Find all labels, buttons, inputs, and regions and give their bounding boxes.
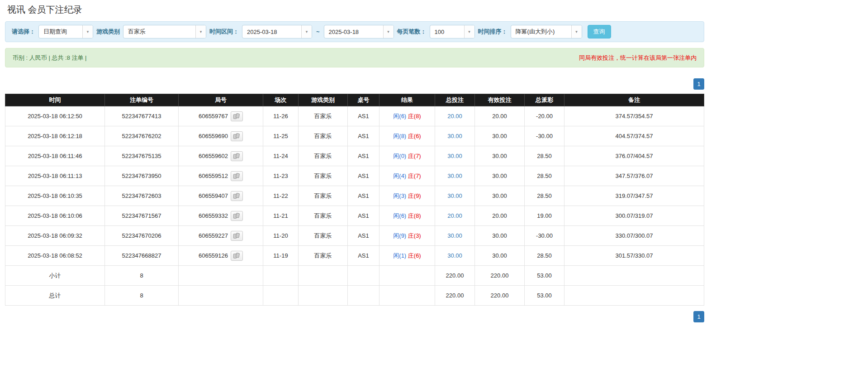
cell-total-bet: 30.00 xyxy=(435,146,475,166)
table-row: 2025-03-18 06:09:32522347670206606559227… xyxy=(5,226,704,246)
cell-payout: 28.50 xyxy=(525,166,564,186)
view-cards-button[interactable] xyxy=(231,191,243,201)
column-header: 注单编号 xyxy=(105,94,179,106)
cell-time: 2025-03-18 06:11:46 xyxy=(5,146,105,166)
cell-remark: 300.07/319.07 xyxy=(564,206,704,226)
total-bet-link[interactable]: 30.00 xyxy=(447,192,462,199)
view-cards-button[interactable] xyxy=(231,211,243,221)
table-row: 2025-03-18 06:08:52522347668827606559126… xyxy=(5,246,704,266)
cards-icon xyxy=(233,253,241,259)
result-player: 闲(4) xyxy=(393,173,406,179)
cell-total-bet: 30.00 xyxy=(435,246,475,266)
cell-result: 闲(6) 庄(8) xyxy=(379,206,435,226)
column-header: 局号 xyxy=(179,94,263,106)
sort-select[interactable]: 降冪(由大到小) ▾ xyxy=(511,25,582,38)
cell-session: 11-23 xyxy=(263,166,299,186)
date-range-separator: ~ xyxy=(315,29,321,35)
summary-info-bar: 币别 : 人民币 | 总共 :8 注单 | 同局有效投注，统一计算在该局第一张注… xyxy=(5,48,704,67)
total-bet-link[interactable]: 30.00 xyxy=(447,252,462,259)
cell-time: 2025-03-18 06:09:32 xyxy=(5,226,105,246)
cell-valid-bet: 30.00 xyxy=(475,126,525,146)
view-cards-button[interactable] xyxy=(231,171,243,181)
cards-icon xyxy=(233,133,241,139)
cell-payout: 19.00 xyxy=(525,206,564,226)
cell-bet-id: 522347670206 xyxy=(105,226,179,246)
page-size-select[interactable]: 100 ▾ xyxy=(430,25,475,38)
sort-value: 降冪(由大到小) xyxy=(511,25,571,38)
result-banker: 庄(8) xyxy=(408,212,421,219)
cell-table-no: AS1 xyxy=(348,246,379,266)
view-cards-button[interactable] xyxy=(231,231,243,241)
cell-round-id: 606559690 xyxy=(179,126,263,146)
cell-bet-id: 522347671567 xyxy=(105,206,179,226)
cell-session: 11-22 xyxy=(263,186,299,206)
game-type-select[interactable]: 百家乐 ▾ xyxy=(123,25,206,38)
date-from-select[interactable]: 2025-03-18 ▾ xyxy=(242,25,312,38)
result-banker: 庄(7) xyxy=(408,153,421,159)
cell-payout: -30.00 xyxy=(525,126,564,146)
page-1-button[interactable]: 1 xyxy=(693,311,704,322)
view-cards-button[interactable] xyxy=(231,131,243,141)
chevron-down-icon[interactable]: ▾ xyxy=(301,25,312,38)
result-player: 闲(1) xyxy=(393,252,406,259)
summary-label: 总计 xyxy=(5,286,105,306)
chevron-down-icon[interactable]: ▾ xyxy=(464,25,474,38)
cell-time: 2025-03-18 06:08:52 xyxy=(5,246,105,266)
page-content: 视讯 会员下注纪录 请选择： 日期查询 ▾ 游戏类别 百家乐 ▾ 时间区间： 2… xyxy=(5,0,704,322)
chevron-down-icon[interactable]: ▾ xyxy=(82,25,93,38)
cell-time: 2025-03-18 06:12:50 xyxy=(5,106,105,126)
query-type-value: 日期查询 xyxy=(39,25,82,38)
date-from-value: 2025-03-18 xyxy=(242,25,301,38)
query-type-select[interactable]: 日期查询 ▾ xyxy=(38,25,93,38)
cell-result: 闲(4) 庄(7) xyxy=(379,166,435,186)
search-button[interactable]: 查询 xyxy=(588,25,611,38)
page-size-label: 每页笔数： xyxy=(397,28,427,36)
cell-remark: 404.57/374.57 xyxy=(564,126,704,146)
total-bet-link[interactable]: 30.00 xyxy=(447,153,462,159)
result-banker: 庄(6) xyxy=(408,252,421,259)
cell-valid-bet: 30.00 xyxy=(475,146,525,166)
cell-payout: 28.50 xyxy=(525,246,564,266)
cell-result: 闲(8) 庄(6) xyxy=(379,126,435,146)
total-bet-link[interactable]: 30.00 xyxy=(447,133,462,139)
cards-icon xyxy=(233,213,241,219)
cell-round-id: 606559332 xyxy=(179,206,263,226)
cell-payout: -30.00 xyxy=(525,226,564,246)
cell-valid-bet: 30.00 xyxy=(475,246,525,266)
view-cards-button[interactable] xyxy=(231,151,243,161)
valid-bet-notice-text: 同局有效投注，统一计算在该局第一张注单内 xyxy=(579,54,697,62)
cell-total-bet: 20.00 xyxy=(435,106,475,126)
cell-round-id: 606559407 xyxy=(179,186,263,206)
cell-remark: 319.07/347.57 xyxy=(564,186,704,206)
cell-time: 2025-03-18 06:11:13 xyxy=(5,166,105,186)
page-1-button[interactable]: 1 xyxy=(693,78,704,90)
cell-round-id: 606559126 xyxy=(179,246,263,266)
cell-bet-id: 522347668827 xyxy=(105,246,179,266)
cell-game-type: 百家乐 xyxy=(299,226,348,246)
result-player: 闲(8) xyxy=(393,133,406,139)
table-row: 2025-03-18 06:10:35522347672603606559407… xyxy=(5,186,704,206)
chevron-down-icon[interactable]: ▾ xyxy=(571,25,582,38)
chevron-down-icon[interactable]: ▾ xyxy=(195,25,206,38)
result-banker: 庄(8) xyxy=(408,113,421,120)
cell-remark: 347.57/376.07 xyxy=(564,166,704,186)
cell-session: 11-20 xyxy=(263,226,299,246)
cell-result: 闲(0) 庄(7) xyxy=(379,146,435,166)
cell-session: 11-26 xyxy=(263,106,299,126)
total-bet-link[interactable]: 30.00 xyxy=(447,232,462,239)
total-bet-link[interactable]: 20.00 xyxy=(447,212,462,219)
table-row: 2025-03-18 06:11:13522347673950606559512… xyxy=(5,166,704,186)
total-bet-link[interactable]: 30.00 xyxy=(447,173,462,179)
total-bet-link[interactable]: 20.00 xyxy=(447,113,462,120)
cell-time: 2025-03-18 06:12:18 xyxy=(5,126,105,146)
chevron-down-icon[interactable]: ▾ xyxy=(383,25,394,38)
cell-valid-bet: 30.00 xyxy=(475,226,525,246)
result-player: 闲(0) xyxy=(393,153,406,159)
view-cards-button[interactable] xyxy=(231,111,243,121)
cell-payout: -20.00 xyxy=(525,106,564,126)
column-header: 总派彩 xyxy=(525,94,564,106)
cell-valid-bet: 20.00 xyxy=(475,206,525,226)
date-to-select[interactable]: 2025-03-18 ▾ xyxy=(324,25,394,38)
cell-remark: 330.07/300.07 xyxy=(564,226,704,246)
view-cards-button[interactable] xyxy=(231,251,243,261)
